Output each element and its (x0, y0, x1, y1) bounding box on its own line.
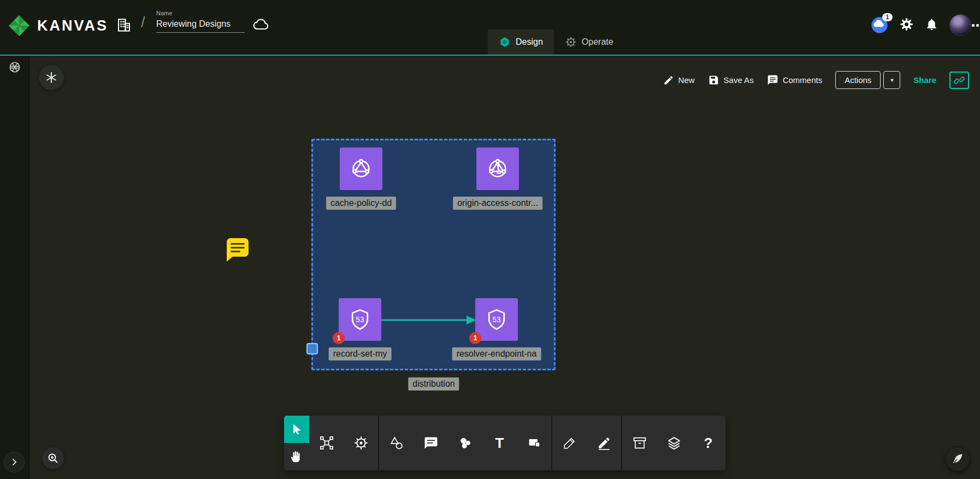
asterisk-icon (45, 71, 58, 84)
tool-text-button[interactable]: T (482, 416, 517, 470)
bell-icon (925, 17, 938, 31)
kanvas-app: KANVAS / Name Desig (0, 0, 980, 479)
tool-layers-button[interactable] (657, 416, 691, 470)
new-button-label: New (678, 75, 695, 85)
tool-flowchart-button[interactable] (309, 416, 344, 470)
bottom-toolbar: T (284, 416, 725, 470)
breadcrumb-separator: / (141, 14, 145, 31)
operate-icon (565, 36, 577, 48)
kanvas-logo-icon (8, 14, 31, 37)
tool-doodle-button[interactable] (448, 416, 482, 470)
node-label: origin-access-contr... (453, 197, 542, 210)
tool-pencil-button[interactable] (587, 416, 621, 470)
flowchart-icon (319, 435, 334, 451)
meshery-icon (8, 60, 22, 74)
edge-arrow[interactable] (381, 313, 477, 327)
building-icon (116, 17, 132, 33)
canvas-action-bar: New Save As Comments Actions (663, 71, 969, 89)
tab-operate[interactable]: Operate (554, 29, 624, 55)
pencil-edit-icon (597, 436, 611, 450)
caret-down-icon: ▼ (889, 78, 894, 83)
provider-button[interactable]: 1 (871, 16, 888, 34)
environment-widget-button[interactable] (39, 65, 64, 90)
helm-wheel-icon (353, 435, 369, 451)
design-name-input[interactable] (156, 17, 245, 33)
tool-comment-button[interactable] (414, 416, 448, 470)
left-sidebar (0, 56, 29, 479)
comments-button-label: Comments (783, 75, 823, 85)
tool-shapes-button[interactable] (379, 416, 414, 470)
organization-button[interactable] (116, 17, 132, 36)
tool-pen-button[interactable] (552, 416, 587, 470)
svg-text:53: 53 (356, 316, 364, 324)
sync-status-button[interactable] (252, 16, 270, 36)
tool-frame-button[interactable] (517, 416, 551, 470)
node-resolver-endpoint[interactable]: 53 1 resolver-endpoint-na (475, 298, 518, 341)
node-record-set[interactable]: 53 1 record-set-my (339, 298, 381, 341)
tool-components-button[interactable] (622, 416, 657, 470)
doodle-cluster-icon (458, 435, 473, 451)
user-avatar[interactable] (949, 14, 971, 36)
new-button[interactable]: New (663, 75, 695, 86)
share-button-label: Share (913, 75, 936, 85)
tool-kubernetes-button[interactable] (344, 416, 378, 470)
kanvas-logo-text: KANVAS (37, 17, 108, 34)
actions-dropdown-button[interactable]: ▼ (883, 71, 900, 89)
help-icon: ? (704, 435, 713, 452)
zoom-in-icon (46, 452, 60, 465)
save-icon (708, 74, 719, 86)
shapes-icon (389, 435, 404, 451)
copy-link-button[interactable] (949, 72, 969, 89)
sidebar-expand-button[interactable] (4, 452, 25, 472)
node-label: record-set-my (329, 347, 392, 360)
tab-design-label: Design (516, 37, 543, 47)
route53-shield-icon: 53 (348, 307, 372, 332)
design-icon (499, 36, 511, 48)
zoom-button[interactable] (42, 447, 64, 469)
gear-icon (899, 17, 914, 32)
cloudfront-globe-icon (349, 156, 374, 181)
actions-button[interactable]: Actions (835, 71, 881, 89)
node-cache-policy[interactable]: cache-policy-dd (340, 147, 382, 190)
save-as-button[interactable]: Save As (708, 74, 754, 86)
svg-text:53: 53 (492, 316, 501, 324)
actions-button-label: Actions (845, 75, 871, 85)
edge-dot (972, 24, 975, 27)
design-name-label: Name (156, 10, 245, 16)
node-error-badge[interactable]: 1 (333, 332, 345, 344)
tab-design[interactable]: Design (488, 29, 554, 55)
text-tool-icon: T (495, 435, 504, 452)
kanvas-logo[interactable]: KANVAS (8, 14, 108, 37)
comment-line (231, 247, 245, 249)
header: KANVAS / Name Desig (0, 0, 980, 56)
group-label-distribution[interactable]: distribution (408, 377, 459, 391)
node-label: resolver-endpoint-na (452, 347, 541, 360)
hand-icon (290, 450, 304, 464)
tool-help-button[interactable]: ? (691, 416, 725, 470)
comments-button[interactable]: Comments (767, 74, 823, 86)
comment-marker[interactable] (227, 238, 249, 257)
quill-icon (951, 452, 964, 465)
pen-icon (563, 436, 577, 450)
tool-pan-button[interactable] (284, 443, 309, 470)
header-actions: 1 (871, 14, 971, 36)
design-canvas[interactable]: New Save As Comments Actions (29, 56, 980, 479)
comment-line (231, 251, 240, 252)
settings-button[interactable] (899, 17, 914, 34)
cloudfront-globe-icon (485, 156, 510, 181)
notifications-button[interactable] (925, 17, 938, 33)
meshery-menu-button[interactable] (8, 60, 22, 76)
design-name-field: Name (156, 10, 245, 33)
node-origin-access-control[interactable]: origin-access-contr... (476, 147, 519, 190)
mode-tabs: Design Operate (488, 29, 624, 55)
node-error-badge[interactable]: 1 (469, 332, 481, 344)
layers-icon (666, 435, 682, 451)
floating-action-button[interactable] (945, 446, 970, 471)
comment-icon (767, 74, 778, 86)
tool-select-button[interactable] (284, 416, 309, 443)
actions-split-button: Actions ▼ (835, 71, 900, 89)
tab-operate-label: Operate (582, 37, 613, 47)
selection-handle[interactable] (306, 343, 318, 354)
link-icon (954, 75, 965, 86)
share-button[interactable]: Share (913, 75, 936, 85)
